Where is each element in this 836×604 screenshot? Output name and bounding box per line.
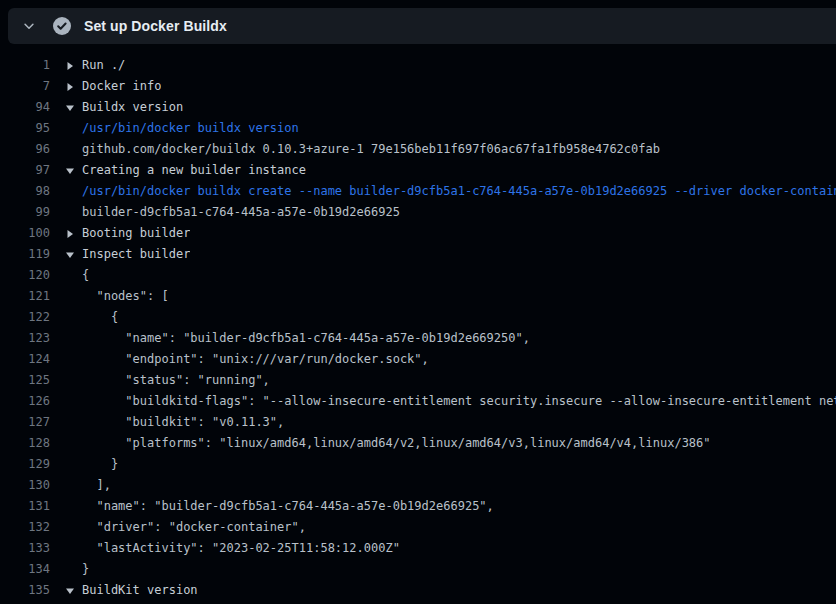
line-number[interactable]: 120 xyxy=(0,265,50,286)
arrow-spacer xyxy=(66,475,82,496)
arrow-spacer xyxy=(66,433,82,454)
line-number[interactable]: 127 xyxy=(0,412,50,433)
arrow-spacer xyxy=(66,118,82,139)
status-check-icon xyxy=(53,17,71,35)
log-group-row[interactable]: 97Creating a new builder instance xyxy=(0,160,836,181)
output-text: "name": "builder-d9cfb5a1-c764-445a-a57e… xyxy=(82,496,494,517)
output-text: ], xyxy=(82,475,111,496)
output-text: github.com/docker/buildx 0.10.3+azure-1 … xyxy=(82,139,660,160)
group-collapsed-icon[interactable] xyxy=(66,55,82,76)
line-number[interactable]: 133 xyxy=(0,538,50,559)
step-title: Set up Docker Buildx xyxy=(84,18,227,34)
arrow-spacer xyxy=(66,538,82,559)
chevron-down-icon[interactable] xyxy=(21,18,37,34)
group-label: Buildx version xyxy=(82,97,183,118)
log-line: 124 "endpoint": "unix:///var/run/docker.… xyxy=(0,349,836,370)
log-line: 95/usr/bin/docker buildx version xyxy=(0,118,836,139)
log-group-row[interactable]: 94Buildx version xyxy=(0,97,836,118)
line-number[interactable]: 126 xyxy=(0,391,50,412)
arrow-spacer xyxy=(66,559,82,580)
line-number[interactable]: 100 xyxy=(0,223,50,244)
log-line: 133 "lastActivity": "2023-02-25T11:58:12… xyxy=(0,538,836,559)
log-line: 134} xyxy=(0,559,836,580)
line-number[interactable]: 97 xyxy=(0,160,50,181)
line-number[interactable]: 119 xyxy=(0,244,50,265)
arrow-spacer xyxy=(66,328,82,349)
output-text: "buildkitd-flags": "--allow-insecure-ent… xyxy=(82,391,836,412)
group-label: Booting builder xyxy=(82,223,190,244)
group-label: Docker info xyxy=(82,76,161,97)
group-label: BuildKit version xyxy=(82,580,198,601)
arrow-spacer xyxy=(66,496,82,517)
output-text: { xyxy=(82,265,89,286)
line-number[interactable]: 123 xyxy=(0,328,50,349)
group-expanded-icon[interactable] xyxy=(66,580,82,601)
arrow-spacer xyxy=(66,307,82,328)
line-number[interactable]: 135 xyxy=(0,580,50,601)
line-number[interactable]: 130 xyxy=(0,475,50,496)
line-number[interactable]: 7 xyxy=(0,76,50,97)
log-line: 96github.com/docker/buildx 0.10.3+azure-… xyxy=(0,139,836,160)
log-line: 99builder-d9cfb5a1-c764-445a-a57e-0b19d2… xyxy=(0,202,836,223)
line-number[interactable]: 1 xyxy=(0,55,50,76)
line-number[interactable]: 121 xyxy=(0,286,50,307)
output-text: "name": "builder-d9cfb5a1-c764-445a-a57e… xyxy=(82,328,530,349)
arrow-spacer xyxy=(66,412,82,433)
line-number[interactable]: 95 xyxy=(0,118,50,139)
step-header[interactable]: Set up Docker Buildx xyxy=(8,8,836,44)
group-collapsed-icon[interactable] xyxy=(66,76,82,97)
group-label: Inspect builder xyxy=(82,244,190,265)
output-text: "platforms": "linux/amd64,linux/amd64/v2… xyxy=(82,433,711,454)
line-number[interactable]: 99 xyxy=(0,202,50,223)
log-line: 120{ xyxy=(0,265,836,286)
command-text: /usr/bin/docker buildx create --name bui… xyxy=(82,181,836,202)
output-text: { xyxy=(82,307,118,328)
group-expanded-icon[interactable] xyxy=(66,160,82,181)
log-line: 123 "name": "builder-d9cfb5a1-c764-445a-… xyxy=(0,328,836,349)
arrow-spacer xyxy=(66,286,82,307)
output-text: } xyxy=(82,454,118,475)
log-line: 127 "buildkit": "v0.11.3", xyxy=(0,412,836,433)
line-number[interactable]: 122 xyxy=(0,307,50,328)
line-number[interactable]: 124 xyxy=(0,349,50,370)
line-number[interactable]: 129 xyxy=(0,454,50,475)
arrow-spacer xyxy=(66,391,82,412)
command-text: /usr/bin/docker buildx version xyxy=(82,118,299,139)
line-number[interactable]: 98 xyxy=(0,181,50,202)
log-line: 122 { xyxy=(0,307,836,328)
log-line: 128 "platforms": "linux/amd64,linux/amd6… xyxy=(0,433,836,454)
group-collapsed-icon[interactable] xyxy=(66,223,82,244)
log-viewer: 1Run ./7Docker info94Buildx version95/us… xyxy=(0,44,836,604)
log-line: 129 } xyxy=(0,454,836,475)
line-number[interactable]: 96 xyxy=(0,139,50,160)
log-line: 126 "buildkitd-flags": "--allow-insecure… xyxy=(0,391,836,412)
arrow-spacer xyxy=(66,139,82,160)
group-expanded-icon[interactable] xyxy=(66,97,82,118)
log-line: 121 "nodes": [ xyxy=(0,286,836,307)
line-number[interactable]: 125 xyxy=(0,370,50,391)
log-group-row[interactable]: 1Run ./ xyxy=(0,55,836,76)
log-line: 132 "driver": "docker-container", xyxy=(0,517,836,538)
group-label: Run ./ xyxy=(82,55,125,76)
line-number[interactable]: 128 xyxy=(0,433,50,454)
group-expanded-icon[interactable] xyxy=(66,244,82,265)
arrow-spacer xyxy=(66,265,82,286)
log-group-row[interactable]: 100Booting builder xyxy=(0,223,836,244)
log-line: 125 "status": "running", xyxy=(0,370,836,391)
arrow-spacer xyxy=(66,349,82,370)
log-line: 98/usr/bin/docker buildx create --name b… xyxy=(0,181,836,202)
log-group-row[interactable]: 119Inspect builder xyxy=(0,244,836,265)
output-text: "lastActivity": "2023-02-25T11:58:12.000… xyxy=(82,538,400,559)
line-number[interactable]: 131 xyxy=(0,496,50,517)
arrow-spacer xyxy=(66,370,82,391)
line-number[interactable]: 134 xyxy=(0,559,50,580)
line-number[interactable]: 94 xyxy=(0,97,50,118)
log-group-row[interactable]: 7Docker info xyxy=(0,76,836,97)
output-text: builder-d9cfb5a1-c764-445a-a57e-0b19d2e6… xyxy=(82,202,400,223)
log-group-row[interactable]: 135BuildKit version xyxy=(0,580,836,601)
output-text: "driver": "docker-container", xyxy=(82,517,306,538)
output-text: "nodes": [ xyxy=(82,286,169,307)
line-number[interactable]: 132 xyxy=(0,517,50,538)
arrow-spacer xyxy=(66,181,82,202)
output-text: "status": "running", xyxy=(82,370,270,391)
